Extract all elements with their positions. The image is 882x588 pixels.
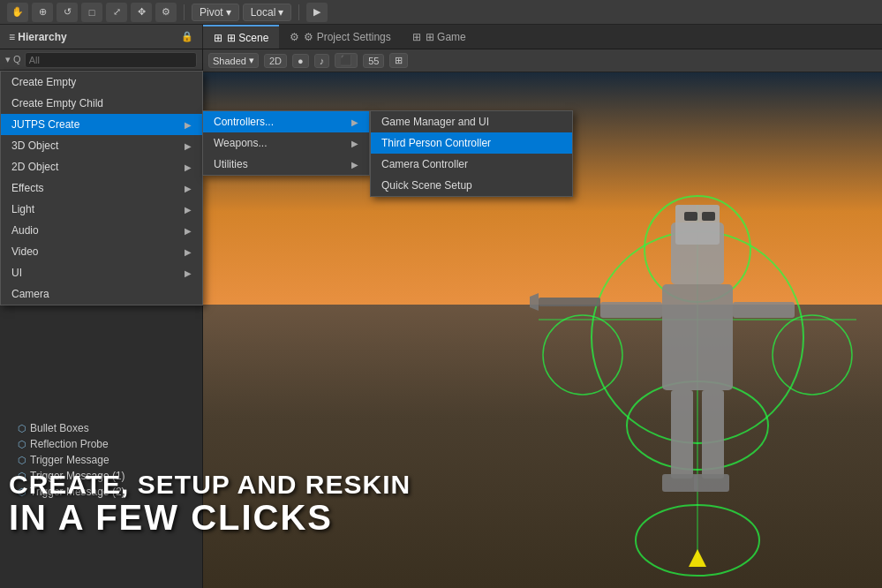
hierarchy-search-bar: ▾ Q bbox=[0, 49, 202, 71]
local-button[interactable]: Local ▾ bbox=[243, 4, 292, 21]
rect-icon[interactable]: ⤢ bbox=[106, 3, 127, 22]
svg-rect-11 bbox=[684, 212, 697, 221]
menu-quick-scene-setup[interactable]: Quick Scene Setup bbox=[371, 175, 572, 196]
weapons-label: Weapons... bbox=[214, 137, 267, 149]
menu-game-manager[interactable]: Game Manager and UI bbox=[371, 111, 572, 132]
svg-rect-12 bbox=[702, 212, 715, 221]
camera-controller-label: Camera Controller bbox=[381, 158, 468, 170]
menu-controllers[interactable]: Controllers... ▶ bbox=[203, 111, 369, 132]
tab-game[interactable]: ⊞ ⊞ Game bbox=[402, 25, 477, 49]
hierarchy-tab[interactable]: ≡ Hierarchy 🔒 bbox=[0, 25, 203, 49]
bullet-boxes-label: Bullet Boxes bbox=[30, 422, 89, 434]
audio-label: Audio bbox=[11, 224, 39, 237]
local-label: Local bbox=[251, 6, 276, 19]
list-item[interactable]: ⬡ Bullet Boxes bbox=[0, 420, 202, 436]
project-settings-label: ⚙ Project Settings bbox=[304, 31, 390, 43]
play-icon[interactable]: ▶ bbox=[306, 3, 328, 22]
trigger-message-label: Trigger Message bbox=[30, 454, 109, 466]
menu-create-empty[interactable]: Create Empty bbox=[1, 72, 202, 93]
local-arrow: ▾ bbox=[278, 6, 283, 19]
menu-weapons[interactable]: Weapons... ▶ bbox=[203, 132, 369, 154]
menu-ui[interactable]: UI ▶ bbox=[1, 262, 202, 283]
menu-2d-object[interactable]: 2D Object ▶ bbox=[1, 156, 202, 177]
svg-rect-10 bbox=[675, 205, 720, 245]
scene-btn-audio[interactable]: ♪ bbox=[314, 54, 330, 68]
svg-point-3 bbox=[543, 315, 622, 395]
list-item[interactable]: ⬡ Reflection Probe bbox=[0, 436, 202, 452]
tab-project-settings[interactable]: ⚙ ⚙ Project Settings bbox=[279, 25, 401, 49]
game-manager-label: Game Manager and UI bbox=[381, 116, 489, 128]
scene-tabs: ⊞ ⊞ Scene ⚙ ⚙ Project Settings ⊞ ⊞ Game bbox=[203, 25, 882, 49]
quick-scene-setup-label: Quick Scene Setup bbox=[381, 179, 472, 192]
weapons-arrow-icon: ▶ bbox=[351, 139, 358, 148]
hierarchy-lock[interactable]: 🔒 bbox=[181, 31, 193, 42]
menu-camera-controller[interactable]: Camera Controller bbox=[371, 154, 572, 175]
tab-scene[interactable]: ⊞ ⊞ Scene bbox=[203, 25, 279, 49]
ui-arrow-icon: ▶ bbox=[185, 268, 192, 278]
create-empty-label: Create Empty bbox=[11, 76, 76, 88]
divider2 bbox=[298, 4, 299, 20]
settings-icon: ⚙ bbox=[290, 31, 299, 43]
context-menu-main: Create Empty Create Empty Child JUTPS Cr… bbox=[0, 71, 203, 305]
search-input[interactable] bbox=[25, 52, 197, 68]
menu-jutps-create[interactable]: JUTPS Create ▶ bbox=[1, 114, 202, 135]
move-icon[interactable]: ⊕ bbox=[32, 3, 53, 22]
shaded-select[interactable]: Shaded ▾ bbox=[208, 53, 259, 68]
svg-rect-13 bbox=[600, 302, 662, 318]
3d-object-arrow-icon: ▶ bbox=[185, 141, 192, 151]
menu-camera[interactable]: Camera bbox=[1, 283, 202, 305]
hierarchy-label: ≡ Hierarchy bbox=[9, 31, 67, 43]
submenu-controllers: Controllers... ▶ Weapons... ▶ Utilities … bbox=[202, 110, 370, 176]
view-2d-label: 2D bbox=[269, 56, 282, 66]
extra-icon[interactable]: ⚙ bbox=[155, 3, 177, 22]
scene-icon: ⊞ bbox=[214, 32, 222, 44]
third-person-controller-label: Third Person Controller bbox=[381, 137, 491, 149]
unity-toolbar: ✋ ⊕ ↺ □ ⤢ ✥ ⚙ Pivot ▾ Local ▾ ▶ bbox=[0, 0, 882, 25]
transform-icon[interactable]: ✥ bbox=[131, 3, 152, 22]
menu-create-empty-child[interactable]: Create Empty Child bbox=[1, 93, 202, 114]
video-label: Video bbox=[11, 245, 38, 258]
ui-label: UI bbox=[11, 267, 22, 279]
rotate-icon[interactable]: ↺ bbox=[57, 3, 78, 22]
search-icon: ▾ Q bbox=[5, 54, 21, 65]
list-item[interactable]: ⬡ Trigger Message bbox=[0, 452, 202, 468]
menu-light[interactable]: Light ▶ bbox=[1, 199, 202, 220]
video-arrow-icon: ▶ bbox=[185, 247, 192, 257]
2d-object-label: 2D Object bbox=[11, 161, 58, 173]
svg-rect-18 bbox=[702, 390, 724, 479]
jutps-create-label: JUTPS Create bbox=[11, 118, 79, 131]
svg-marker-21 bbox=[689, 549, 706, 567]
create-empty-child-label: Create Empty Child bbox=[11, 97, 103, 109]
shaded-label: Shaded bbox=[213, 56, 246, 66]
menu-effects[interactable]: Effects ▶ bbox=[1, 177, 202, 199]
utilities-arrow-icon: ▶ bbox=[351, 160, 358, 170]
scene-btn-num[interactable]: 55 bbox=[363, 54, 384, 68]
scene-btn-grid[interactable]: ⊞ bbox=[389, 53, 408, 68]
pivot-arrow: ▾ bbox=[226, 6, 231, 19]
bottom-text-line1: CREATE, SETUP AND RESKIN bbox=[9, 470, 411, 500]
shaded-arrow: ▾ bbox=[249, 55, 254, 66]
scale-icon[interactable]: □ bbox=[81, 3, 102, 22]
menu-third-person-controller[interactable]: Third Person Controller bbox=[371, 132, 572, 154]
hand-icon[interactable]: ✋ bbox=[7, 3, 28, 22]
scene-btn-fx[interactable]: ⬛ bbox=[335, 53, 358, 68]
submenu-items: Game Manager and UI Third Person Control… bbox=[370, 110, 573, 197]
effects-label: Effects bbox=[11, 182, 43, 194]
pivot-button[interactable]: Pivot ▾ bbox=[192, 4, 239, 21]
menu-3d-object[interactable]: 3D Object ▶ bbox=[1, 135, 202, 156]
reflection-probe-label: Reflection Probe bbox=[30, 438, 109, 450]
menu-utilities[interactable]: Utilities ▶ bbox=[203, 154, 369, 175]
camera-label: Camera bbox=[11, 288, 49, 300]
menu-audio[interactable]: Audio ▶ bbox=[1, 220, 202, 241]
view-2d-button[interactable]: 2D bbox=[264, 54, 287, 68]
trigger-message-icon: ⬡ bbox=[18, 455, 26, 466]
menu-video[interactable]: Video ▶ bbox=[1, 241, 202, 262]
bullet-boxes-icon: ⬡ bbox=[18, 423, 26, 434]
utilities-label: Utilities bbox=[214, 158, 248, 170]
reflection-probe-icon: ⬡ bbox=[18, 439, 26, 450]
game-label: ⊞ Game bbox=[426, 31, 466, 43]
game-icon: ⊞ bbox=[412, 31, 421, 43]
scene-btn-light[interactable]: ● bbox=[292, 54, 309, 68]
svg-rect-15 bbox=[539, 298, 600, 306]
light-arrow-icon: ▶ bbox=[185, 205, 192, 215]
